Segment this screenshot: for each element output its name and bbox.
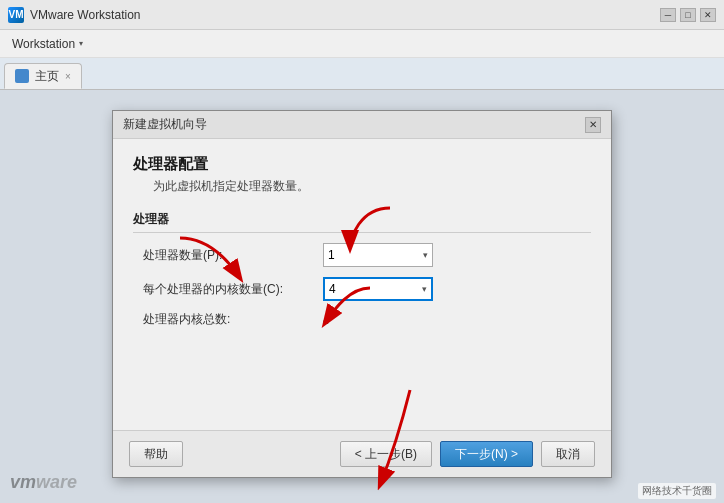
dialog-title-bar: 新建虚拟机向导 ✕ [113,111,611,139]
next-button[interactable]: 下一步(N) > [440,441,533,467]
dialog-close-button[interactable]: ✕ [585,117,601,133]
app-icon: VM [8,7,24,23]
home-tab-icon [15,69,29,83]
processor-count-value: 1 [328,248,335,262]
maximize-button[interactable]: □ [680,8,696,22]
cores-per-processor-arrow: ▾ [422,284,427,294]
dialog-title: 新建虚拟机向导 [123,116,585,133]
menu-bar: Workstation ▾ [0,30,724,58]
new-vm-wizard-dialog: 新建虚拟机向导 ✕ 处理器配置 为此虚拟机指定处理器数量。 处理器 处理器数量(… [112,110,612,478]
tab-bar: 主页 × [0,58,724,90]
footer-action-buttons: < 上一步(B) 下一步(N) > 取消 [340,441,595,467]
window-controls: ─ □ ✕ [660,8,716,22]
dialog-footer: 帮助 < 上一步(B) 下一步(N) > 取消 [113,430,611,477]
dialog-body: 处理器配置 为此虚拟机指定处理器数量。 处理器 处理器数量(P): 1 ▾ [113,139,611,430]
processor-count-row: 处理器数量(P): 1 ▾ [133,243,591,267]
watermark: 网络技术千货圈 [638,483,716,499]
help-button[interactable]: 帮助 [129,441,183,467]
cores-per-processor-select[interactable]: 4 ▾ [323,277,433,301]
tab-home-label: 主页 [35,68,59,85]
total-cores-value: 4 [323,313,330,327]
processor-count-label: 处理器数量(P): [143,247,323,264]
dialog-header-subtitle: 为此虚拟机指定处理器数量。 [133,178,591,195]
total-cores-label: 处理器内核总数: [143,311,323,328]
processor-count-control: 1 ▾ [323,243,581,267]
chevron-down-icon: ▾ [79,39,83,48]
cores-per-processor-value: 4 [329,282,336,296]
dialog-spacer [133,338,591,418]
cores-per-processor-label: 每个处理器的内核数量(C): [143,281,323,298]
workstation-menu-label: Workstation [12,37,75,51]
processor-section-label: 处理器 [133,211,591,233]
app-title: VMware Workstation [30,8,660,22]
dialog-header-title: 处理器配置 [133,155,591,174]
minimize-button[interactable]: ─ [660,8,676,22]
total-cores-row: 处理器内核总数: 4 [133,311,591,328]
cores-per-processor-control: 4 ▾ [323,277,581,301]
title-bar: VM VMware Workstation ─ □ ✕ [0,0,724,30]
processor-count-arrow: ▾ [423,250,428,260]
dialog-header: 处理器配置 为此虚拟机指定处理器数量。 [133,155,591,195]
processor-count-select[interactable]: 1 ▾ [323,243,433,267]
tab-close-icon[interactable]: × [65,71,71,82]
workstation-menu[interactable]: Workstation ▾ [4,33,91,55]
tab-home[interactable]: 主页 × [4,63,82,89]
back-button[interactable]: < 上一步(B) [340,441,432,467]
cores-per-processor-row: 每个处理器的内核数量(C): 4 ▾ [133,277,591,301]
cancel-button[interactable]: 取消 [541,441,595,467]
total-cores-value-area: 4 [323,313,581,327]
content-area: vm ware 新建虚拟机向导 ✕ 处理器配置 为此虚拟机指定处理器数量。 处理… [0,90,724,503]
close-button[interactable]: ✕ [700,8,716,22]
main-window: VM VMware Workstation ─ □ ✕ Workstation … [0,0,724,503]
